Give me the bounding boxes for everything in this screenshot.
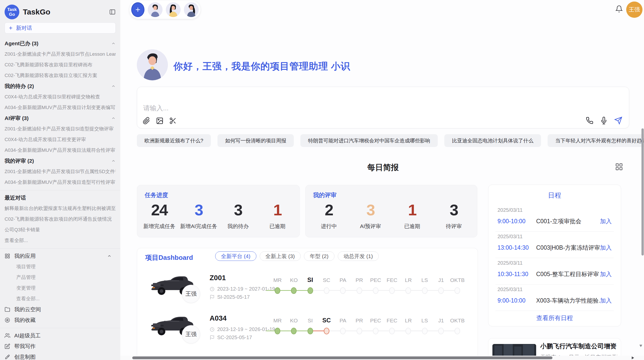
agent-avatar-1[interactable] (148, 2, 163, 17)
sidebar-item[interactable]: A034-全新新能源MUV产品开发项目法规符合性评审 (5, 145, 116, 156)
filter-pill-2[interactable]: 全新上装 (3) (260, 251, 301, 261)
project-code[interactable]: Z001 (210, 274, 226, 282)
suggestion-chip-3[interactable]: 特朗普可能对进口汽车增税会对中国车企造成哪些影响 (300, 134, 438, 147)
card-title: 任务进度 (145, 191, 168, 199)
join-meeting-link[interactable]: 加入 (600, 297, 612, 305)
filter-pill-4[interactable]: 动总开发 (1) (338, 251, 379, 261)
sidebar-tool-1[interactable]: AI超级员工 (5, 330, 116, 341)
sidebar-item[interactable]: C0X4-动力总成开发项目SI里程碑提交物检查 (5, 92, 116, 102)
apps-grid-icon (5, 253, 10, 259)
view-all-schedule-link[interactable]: 查看所有日程 (488, 314, 621, 322)
sidebar-item[interactable]: A034-全新新能源MUV产品开发项目计划变更表编写 (5, 102, 116, 113)
vertical-scrollbar-thumb[interactable] (641, 128, 644, 256)
divider (0, 248, 120, 249)
join-meeting-link[interactable]: 加入 (600, 217, 612, 225)
stat-进行中: 2进行中 (308, 201, 350, 230)
sidebar-item[interactable]: A034-全新新能源MUV产品开发项目造型可行性评审 (5, 177, 116, 188)
image-upload-icon[interactable] (156, 117, 164, 125)
stat-label: 进行中 (308, 223, 350, 230)
app-sub-item[interactable]: 产品管理 (5, 272, 116, 283)
milestone-label-KO: KO (286, 277, 302, 283)
app-sub-item[interactable]: 查看全部... (5, 293, 116, 304)
briefing-grid-icon[interactable] (615, 163, 623, 171)
collapse-sidebar-icon[interactable] (109, 9, 116, 15)
news-title: 小鹏飞行汽车制造公司增资 (540, 342, 617, 350)
new-chat-button[interactable]: + 新对话 (5, 22, 116, 34)
milestone-label-LS: LS (417, 318, 433, 324)
filter-pill-3[interactable]: 年型 (2) (304, 251, 334, 261)
chat-composer[interactable]: 请输入... (137, 87, 629, 128)
schedule-time: 9:00-10:00 (497, 297, 536, 304)
recent-conversation-item[interactable]: C02-飞腾新能源轻客改款项目的闭环通告反馈情况 (5, 214, 116, 224)
stat-row: 2进行中3AI预评审1已逾期3待评审 (308, 201, 475, 230)
notifications-bell-icon[interactable] (615, 5, 623, 13)
schedule-time: 9:00-10:00 (497, 218, 536, 225)
schedule-event-title: C001-立项审批会 (536, 217, 600, 225)
join-meeting-link[interactable]: 加入 (600, 270, 612, 278)
sidebar-item-cloud-space[interactable]: 我的云空间 (5, 304, 116, 315)
sidebar-tool-2[interactable]: 帮我写作 (5, 341, 116, 352)
sidebar-item[interactable]: C02-飞腾新能源轻客改款项目里程碑画布 (5, 59, 116, 70)
app-sub-item[interactable]: 项目管理 (5, 261, 116, 272)
schedule-date: 2025/03/11 (497, 207, 523, 213)
sidebar-item[interactable]: C02-飞腾新能源轻客改款项目立项汇报方案 (5, 70, 116, 81)
suggestion-chip-2[interactable]: 如何写一份清晰的项目周报 (217, 134, 294, 147)
voice-call-icon[interactable] (586, 117, 593, 124)
milestone-dot-LS (422, 287, 428, 294)
agent-avatar-2[interactable] (166, 2, 181, 17)
project-dates: 2023-12-19 ~ 2027-01-19 (210, 286, 275, 292)
recent-conversation-item[interactable]: 解释最新出台的欧盟报废车法规再生塑料比例被调至15%... (5, 203, 116, 214)
sidebar-tool-3[interactable]: 创意制图 (5, 352, 116, 360)
divider (0, 328, 120, 328)
recent-conversation-item[interactable]: 公司Q3轻卡销量 (5, 224, 116, 235)
sidebar-task-sections: Agent已办 (3)Z001-全新燃油皮卡产品开发项目SI节点Lesson L… (5, 38, 116, 188)
sidebar-item-my-apps[interactable]: 我的应用 (5, 251, 116, 261)
stat-value: 3 (350, 201, 391, 219)
horizontal-scrollbar-thumb[interactable] (132, 356, 552, 359)
sidebar-section-header[interactable]: 我的待办 (2) (5, 81, 116, 92)
scroll-down-arrow-icon[interactable] (639, 344, 643, 348)
sidebar-item[interactable]: Z001-全新燃油轻卡产品开发项目SI造型提交物评审 (5, 124, 116, 134)
sidebar-section-header[interactable]: AI评审 (3) (5, 113, 116, 124)
apps-title: 我的应用 (14, 252, 36, 260)
sidebar-item[interactable]: Z001-全新燃油轻卡产品开发项目SI节点属性5D文件评审 (5, 166, 116, 177)
row-label: 我的云空间 (14, 306, 41, 313)
sidebar: Task Go TaskGo + 新对话 Agent已办 (3)Z001-全新燃… (0, 0, 120, 360)
scroll-right-arrow-icon[interactable] (631, 356, 635, 360)
milestone-label-FEC: FEC (384, 318, 400, 324)
suggestion-chip-1[interactable]: 欧洲新规最近颁布了什么? (137, 134, 211, 147)
sidebar-item-favorites[interactable]: 我的收藏 (5, 315, 116, 325)
new-chat-label: 新对话 (16, 24, 32, 32)
section-title: Agent已办 (3) (5, 40, 111, 47)
milestone-dot-SC (324, 328, 329, 334)
filter-pill-1[interactable]: 全新平台 (4) (215, 251, 256, 261)
sidebar-section-header[interactable]: 我的评审 (2) (5, 156, 116, 166)
agent-avatar-3[interactable] (184, 2, 199, 17)
recent-conversation-item[interactable]: 查看全部... (5, 235, 116, 246)
sidebar-item[interactable]: C0X4-动力总成开发项目工程变更评审 (5, 134, 116, 145)
screenshot-scissors-icon[interactable] (169, 117, 177, 125)
project-flag: SC-2025-05-17 (210, 335, 252, 340)
suggestion-chip-5[interactable]: 当下年轻人对汽车外观有怎样的喜好趋势 (548, 134, 644, 147)
project-flag: SI-2025-05-17 (210, 294, 250, 300)
join-meeting-link[interactable]: 加入 (600, 244, 612, 252)
microphone-icon[interactable] (600, 117, 608, 124)
section-title: 最近对话 (5, 194, 116, 201)
project-code[interactable]: A034 (210, 314, 227, 322)
user-avatar[interactable]: 王强 (626, 2, 642, 18)
edit-icon (5, 343, 10, 349)
assistant-greeting: 你好，王强，我是你的项目管理助理 小识 (173, 60, 350, 73)
suggestion-chips: 欧洲新规最近颁布了什么?如何写一份清晰的项目周报特朗普可能对进口汽车增税会对中国… (137, 134, 632, 147)
add-agent-button[interactable] (131, 2, 144, 17)
send-icon[interactable] (614, 116, 622, 125)
milestone-label-J1: J1 (433, 318, 449, 324)
sidebar-tools-section: AI超级员工帮我写作创意制图 (5, 330, 116, 360)
sidebar-section-header[interactable]: Agent已办 (3) (5, 38, 116, 49)
milestone-label-J1: J1 (433, 277, 449, 283)
sidebar-item[interactable]: Z001-全新燃油皮卡产品开发项目SI节点Lesson Learn报告 (5, 49, 116, 59)
stat-新增AI完成任务: 3新增AI完成任务 (179, 201, 218, 230)
suggestion-chip-4[interactable]: 比亚迪全固态电池计划具体说了什么 (444, 134, 541, 147)
app-sub-item[interactable]: 变更管理 (5, 283, 116, 293)
attachment-icon[interactable] (143, 117, 150, 125)
milestone-dot-PEC (373, 328, 378, 334)
